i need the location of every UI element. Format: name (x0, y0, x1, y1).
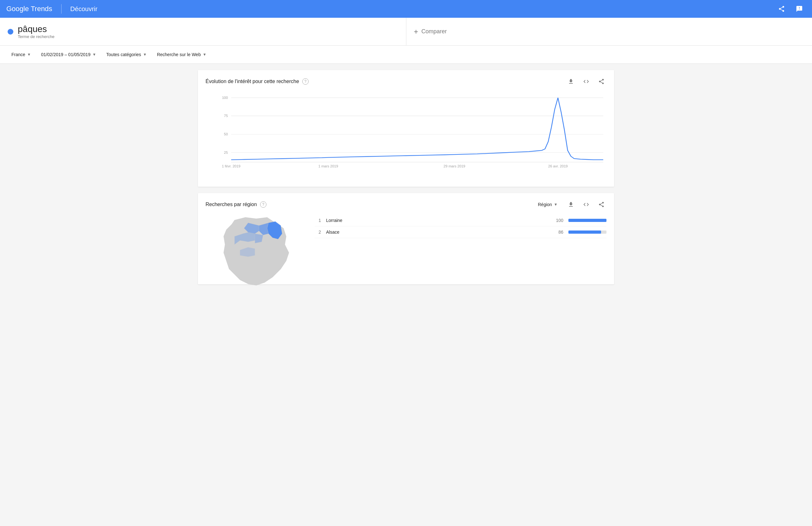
france-map-svg (205, 215, 307, 291)
search-term-info: pâques Terme de recherche (18, 24, 55, 39)
region-filter-arrow: ▼ (554, 202, 557, 207)
region-share-icon (598, 201, 605, 208)
search-term-label: Terme de recherche (18, 34, 55, 39)
rankings-container: 1 Lorraine 100 2 Alsace 86 (315, 215, 607, 278)
ranking-value-2: 86 (552, 230, 563, 235)
region-title: Recherches par région (205, 202, 257, 207)
region-download-icon (568, 201, 574, 208)
search-term-dot (8, 29, 13, 34)
region-share-button[interactable] (596, 200, 607, 209)
svg-text:1 févr. 2019: 1 févr. 2019 (222, 164, 241, 168)
search-type-filter-label: Recherche sur le Web (157, 52, 201, 57)
chart-actions (566, 76, 607, 87)
category-filter[interactable]: Toutes catégories ▼ (102, 49, 151, 60)
header: Google Trends Découvrir (0, 0, 812, 18)
svg-text:26 avr. 2019: 26 avr. 2019 (548, 164, 568, 168)
chart-area: 100 75 50 25 1 févr. 2019 1 mars 2019 29… (205, 92, 607, 180)
ranking-item: 1 Lorraine 100 (315, 215, 607, 227)
france-map (205, 215, 307, 278)
trends-wordmark: Trends (31, 5, 52, 13)
page-title: Découvrir (70, 5, 98, 13)
region-embed-icon (583, 201, 589, 208)
ranking-bar-container-1 (568, 219, 607, 222)
category-filter-arrow: ▼ (143, 52, 147, 57)
ranking-bar-container-2 (568, 231, 607, 234)
region-actions: Région ▼ (535, 200, 607, 209)
ranking-num-2: 2 (315, 230, 321, 235)
search-type-filter-arrow: ▼ (203, 52, 206, 57)
region-card: Recherches par région ? Région ▼ (198, 193, 614, 284)
search-term-container: pâques Terme de recherche (0, 18, 406, 45)
svg-text:29 mars 2019: 29 mars 2019 (444, 164, 465, 168)
category-filter-label: Toutes catégories (106, 52, 141, 57)
feedback-button[interactable] (793, 2, 806, 15)
country-filter[interactable]: France ▼ (8, 49, 34, 60)
svg-text:100: 100 (222, 96, 228, 99)
embed-icon (583, 78, 589, 85)
date-filter-label: 01/02/2019 – 01/05/2019 (41, 52, 90, 57)
chart-share-button[interactable] (596, 76, 607, 87)
region-help-icon[interactable]: ? (260, 201, 266, 208)
chart-svg: 100 75 50 25 1 févr. 2019 1 mars 2019 29… (218, 95, 607, 171)
header-left: Google Trends Découvrir (6, 4, 97, 14)
google-wordmark: Google (6, 5, 29, 13)
svg-text:25: 25 (224, 151, 228, 154)
compare-label: Comparer (422, 28, 447, 35)
chart-download-button[interactable] (566, 76, 576, 87)
ranking-bar-2 (568, 231, 601, 234)
header-divider (61, 4, 61, 14)
search-term-word: pâques (18, 24, 55, 34)
ranking-num-1: 1 (315, 218, 321, 223)
share-icon (778, 5, 785, 12)
chart-card-header: Évolution de l'intérêt pour cette recher… (205, 76, 607, 87)
region-filter-label: Région (538, 202, 552, 207)
chart-embed-button[interactable] (581, 76, 591, 87)
ranking-name-1: Lorraine (326, 218, 547, 223)
region-title-row: Recherches par région ? (205, 201, 266, 208)
chart-help-icon[interactable]: ? (302, 78, 309, 85)
svg-text:75: 75 (224, 114, 228, 118)
share-icon (598, 78, 605, 85)
evolution-chart-card: Évolution de l'intérêt pour cette recher… (198, 70, 614, 187)
region-filter-button[interactable]: Région ▼ (535, 200, 561, 209)
google-trends-logo: Google Trends (6, 5, 52, 13)
svg-text:1 mars 2019: 1 mars 2019 (318, 164, 338, 168)
compare-plus-icon: + (414, 27, 418, 36)
header-right (775, 2, 806, 15)
chart-title-row: Évolution de l'intérêt pour cette recher… (205, 78, 309, 85)
region-download-button[interactable] (566, 200, 576, 209)
search-type-filter[interactable]: Recherche sur le Web ▼ (153, 49, 210, 60)
date-filter[interactable]: 01/02/2019 – 01/05/2019 ▼ (37, 49, 100, 60)
chart-title: Évolution de l'intérêt pour cette recher… (205, 79, 299, 84)
svg-text:50: 50 (224, 133, 228, 136)
share-button[interactable] (775, 2, 788, 15)
compare-container[interactable]: + Comparer (406, 18, 812, 45)
trend-line (231, 98, 603, 160)
ranking-item: 2 Alsace 86 (315, 227, 607, 238)
ranking-bar-1 (568, 219, 607, 222)
feedback-icon (796, 5, 803, 12)
region-content: 1 Lorraine 100 2 Alsace 86 (205, 215, 607, 278)
date-filter-arrow: ▼ (92, 52, 96, 57)
search-bar: pâques Terme de recherche + Comparer (0, 18, 812, 46)
main-content: Évolution de l'intérêt pour cette recher… (190, 64, 622, 297)
filters-bar: France ▼ 01/02/2019 – 01/05/2019 ▼ Toute… (0, 46, 812, 64)
region-card-header: Recherches par région ? Région ▼ (205, 200, 607, 209)
ranking-name-2: Alsace (326, 230, 547, 235)
region-embed-button[interactable] (581, 200, 591, 209)
ranking-value-1: 100 (552, 218, 563, 223)
country-filter-arrow: ▼ (27, 52, 31, 57)
country-filter-label: France (11, 52, 25, 57)
download-icon (568, 78, 574, 85)
